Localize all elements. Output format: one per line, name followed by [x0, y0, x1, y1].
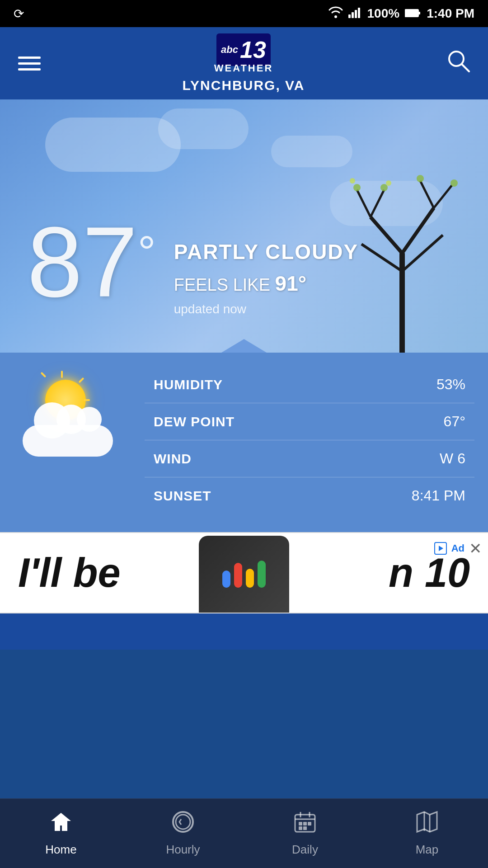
bottom-nav: Home Hourly Daily [0, 798, 488, 868]
svg-rect-1 [352, 12, 354, 18]
svg-line-15 [420, 181, 434, 208]
logo-number: 13 [240, 36, 266, 63]
signal-icon [348, 6, 362, 21]
feels-like: FEELS LIKE 91° [174, 271, 359, 296]
svg-point-19 [417, 175, 424, 182]
temperature-display: 87 ° [27, 212, 156, 312]
svg-line-13 [357, 190, 371, 217]
refresh-icon: ⟳ [14, 6, 24, 21]
humidity-row: HUMIDITY 53% [145, 366, 474, 403]
svg-rect-5 [418, 12, 420, 14]
ad-play-icon [434, 542, 447, 555]
svg-rect-31 [303, 822, 307, 826]
ad-text-left: I'll be [18, 550, 120, 596]
weather-icon-area [14, 366, 131, 457]
mid-spacer [0, 613, 488, 650]
svg-point-25 [176, 815, 190, 829]
sunset-row: SUNSET 8:41 PM [145, 477, 474, 514]
condition-block: PARTLY CLOUDY FEELS LIKE 91° updated now [174, 212, 359, 316]
dew-point-row: DEW POINT 67° [145, 403, 474, 440]
top-nav: abc 13 WEATHER LYNCHBURG, VA [0, 27, 488, 99]
wind-row: WIND W 6 [145, 440, 474, 477]
svg-line-9 [371, 217, 402, 253]
dew-point-label: DEW POINT [154, 414, 235, 429]
condition-text: PARTLY CLOUDY [174, 240, 359, 264]
updated-text: updated now [174, 302, 359, 316]
humidity-value: 53% [436, 376, 465, 393]
nav-hourly-label: Hourly [166, 843, 200, 857]
svg-line-16 [434, 185, 452, 208]
sunset-label: SUNSET [154, 488, 211, 504]
svg-line-7 [462, 64, 469, 71]
nav-daily[interactable]: Daily [244, 799, 366, 868]
nav-hourly[interactable]: Hourly [122, 799, 244, 868]
ad-close-button[interactable]: ✕ [469, 539, 482, 557]
nav-map-label: Map [416, 843, 439, 857]
svg-rect-34 [303, 826, 307, 830]
svg-rect-32 [308, 822, 311, 826]
svg-rect-4 [405, 9, 418, 17]
svg-line-12 [402, 235, 443, 271]
nav-map[interactable]: Map [366, 799, 488, 868]
ad-badge: Ad [451, 542, 465, 554]
svg-rect-3 [358, 8, 360, 18]
map-icon [415, 810, 439, 839]
ad-banner: I'll be n 10 Ad ✕ [0, 532, 488, 613]
weather-hero: 87 ° PARTLY CLOUDY FEELS LIKE 91° update… [0, 99, 488, 353]
wifi-icon [328, 6, 343, 21]
svg-point-17 [353, 184, 361, 191]
svg-line-14 [371, 190, 384, 217]
temperature-unit: ° [138, 226, 156, 278]
svg-rect-33 [299, 826, 302, 830]
svg-point-20 [450, 179, 458, 187]
nav-home[interactable]: Home [0, 799, 122, 868]
svg-point-22 [386, 180, 391, 186]
feels-like-temp: 91° [275, 272, 307, 295]
svg-point-18 [380, 184, 388, 191]
home-icon [49, 810, 73, 839]
nav-home-label: Home [45, 843, 76, 857]
status-right: 100% 1:40 PM [328, 6, 474, 21]
hourly-icon [171, 810, 195, 839]
svg-rect-0 [348, 14, 351, 18]
ad-controls: Ad ✕ [434, 539, 482, 557]
status-left: ⟳ [14, 6, 24, 21]
status-bar: ⟳ 100% 1:40 PM [0, 0, 488, 27]
daily-icon [293, 810, 317, 839]
hamburger-menu[interactable] [18, 57, 41, 71]
svg-point-21 [350, 178, 355, 184]
humidity-label: HUMIDITY [154, 377, 223, 392]
svg-marker-23 [439, 546, 443, 551]
weather-info: 87 ° PARTLY CLOUDY FEELS LIKE 91° update… [27, 212, 358, 316]
details-grid: HUMIDITY 53% DEW POINT 67° WIND W 6 SUNS… [145, 366, 474, 514]
svg-rect-30 [299, 822, 302, 826]
battery-icon [405, 7, 421, 21]
logo-abc: abc [221, 44, 238, 56]
sunset-value: 8:41 PM [412, 487, 465, 504]
battery-percent: 100% [367, 6, 400, 21]
time-display: 1:40 PM [427, 6, 474, 21]
svg-rect-2 [355, 10, 357, 18]
logo-weather-text: WEATHER [214, 62, 273, 74]
search-button[interactable] [446, 49, 470, 78]
location-text: LYNCHBURG, VA [182, 78, 305, 93]
wind-label: WIND [154, 451, 192, 467]
nav-daily-label: Daily [292, 843, 318, 857]
weather-details: HUMIDITY 53% DEW POINT 67° WIND W 6 SUNS… [0, 353, 488, 532]
wind-value: W 6 [440, 450, 465, 467]
feels-like-label: FEELS LIKE [174, 275, 270, 294]
app-logo: abc 13 WEATHER LYNCHBURG, VA [182, 33, 305, 93]
dew-point-value: 67° [444, 413, 465, 430]
temperature-value: 87 [27, 212, 138, 312]
